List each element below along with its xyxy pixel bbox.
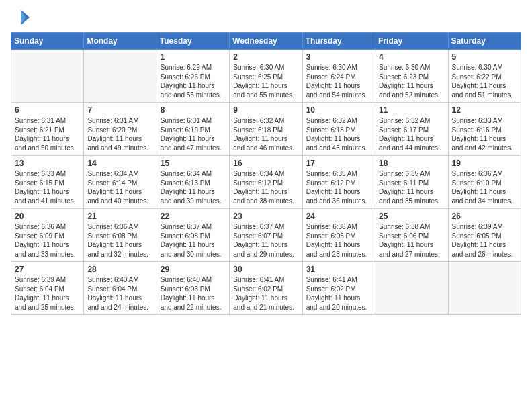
sunset-line: Sunset: 6:04 PM: [87, 285, 152, 294]
daylight-line1: Daylight: 11 hours: [161, 81, 226, 91]
sunset-line: Sunset: 6:26 PM: [161, 73, 226, 82]
calendar-week-row: 1Sunrise: 6:29 AMSunset: 6:26 PMDaylight…: [11, 50, 521, 103]
day-number: 23: [233, 212, 298, 221]
daylight-line1: Daylight: 11 hours: [379, 240, 444, 250]
calendar-cell: 20Sunrise: 6:36 AMSunset: 6:09 PMDayligh…: [11, 209, 84, 262]
daylight-line1: Daylight: 11 hours: [379, 134, 444, 144]
day-number: 1: [161, 52, 226, 62]
sunrise-line: Sunrise: 6:35 AM: [379, 169, 444, 179]
day-header-wednesday: Wednesday: [230, 33, 302, 50]
sunrise-line: Sunrise: 6:32 AM: [306, 116, 371, 126]
daylight-line2: and and 35 minutes.: [379, 197, 444, 206]
sunset-line: Sunset: 6:21 PM: [15, 126, 80, 135]
calendar-cell: 3Sunrise: 6:30 AMSunset: 6:24 PMDaylight…: [302, 50, 375, 103]
sunset-line: Sunset: 6:25 PM: [233, 73, 298, 82]
calendar-cell: [448, 262, 521, 315]
daylight-line2: and and 54 minutes.: [306, 91, 371, 100]
day-number: 2: [233, 52, 298, 62]
day-number: 13: [15, 158, 80, 168]
sunrise-line: Sunrise: 6:39 AM: [15, 275, 80, 285]
daylight-line2: and and 49 minutes.: [87, 144, 152, 153]
calendar-cell: 8Sunrise: 6:31 AMSunset: 6:19 PMDaylight…: [157, 103, 229, 156]
header: [11, 8, 521, 27]
calendar-week-row: 27Sunrise: 6:39 AMSunset: 6:04 PMDayligh…: [11, 262, 521, 315]
sunrise-line: Sunrise: 6:40 AM: [161, 275, 226, 285]
sunset-line: Sunset: 6:12 PM: [306, 179, 371, 188]
calendar-cell: 18Sunrise: 6:35 AMSunset: 6:11 PMDayligh…: [375, 156, 448, 209]
day-number: 26: [452, 212, 517, 221]
daylight-line2: and and 47 minutes.: [161, 144, 226, 153]
day-number: 17: [306, 158, 371, 168]
daylight-line1: Daylight: 11 hours: [233, 81, 298, 91]
sunset-line: Sunset: 6:17 PM: [379, 126, 444, 135]
sunset-line: Sunset: 6:04 PM: [15, 285, 80, 294]
calendar-cell: 7Sunrise: 6:31 AMSunset: 6:20 PMDaylight…: [84, 103, 157, 156]
daylight-line2: and and 22 minutes.: [161, 303, 226, 312]
daylight-line2: and and 51 minutes.: [452, 91, 517, 100]
daylight-line1: Daylight: 11 hours: [306, 240, 371, 250]
sunset-line: Sunset: 6:15 PM: [15, 179, 80, 188]
daylight-line2: and and 45 minutes.: [306, 144, 371, 153]
day-number: 21: [87, 212, 152, 221]
sunset-line: Sunset: 6:02 PM: [233, 285, 298, 294]
daylight-line1: Daylight: 11 hours: [15, 187, 80, 197]
day-header-monday: Monday: [84, 33, 157, 50]
sunrise-line: Sunrise: 6:31 AM: [15, 116, 80, 126]
daylight-line2: and and 42 minutes.: [452, 144, 517, 153]
sunrise-line: Sunrise: 6:32 AM: [379, 116, 444, 126]
calendar-cell: 1Sunrise: 6:29 AMSunset: 6:26 PMDaylight…: [157, 50, 229, 103]
sunset-line: Sunset: 6:20 PM: [87, 126, 152, 135]
calendar-cell: 4Sunrise: 6:30 AMSunset: 6:23 PMDaylight…: [375, 50, 448, 103]
sunset-line: Sunset: 6:06 PM: [379, 232, 444, 241]
calendar-cell: 24Sunrise: 6:38 AMSunset: 6:06 PMDayligh…: [302, 209, 375, 262]
sunset-line: Sunset: 6:16 PM: [452, 126, 517, 135]
logo: [11, 8, 32, 27]
day-header-tuesday: Tuesday: [157, 33, 229, 50]
sunrise-line: Sunrise: 6:38 AM: [306, 222, 371, 232]
sunrise-line: Sunrise: 6:40 AM: [87, 275, 152, 285]
daylight-line1: Daylight: 11 hours: [306, 187, 371, 197]
sunrise-line: Sunrise: 6:34 AM: [161, 169, 226, 179]
sunset-line: Sunset: 6:24 PM: [306, 73, 371, 82]
daylight-line1: Daylight: 11 hours: [379, 187, 444, 197]
daylight-line2: and and 55 minutes.: [233, 91, 298, 100]
calendar-cell: 31Sunrise: 6:41 AMSunset: 6:02 PMDayligh…: [302, 262, 375, 315]
daylight-line1: Daylight: 11 hours: [233, 187, 298, 197]
sunrise-line: Sunrise: 6:30 AM: [452, 63, 517, 73]
daylight-line2: and and 41 minutes.: [15, 197, 80, 206]
daylight-line2: and and 44 minutes.: [379, 144, 444, 153]
calendar-cell: 19Sunrise: 6:36 AMSunset: 6:10 PMDayligh…: [448, 156, 521, 209]
day-number: 4: [379, 52, 444, 62]
daylight-line2: and and 28 minutes.: [306, 250, 371, 259]
calendar-cell: 30Sunrise: 6:41 AMSunset: 6:02 PMDayligh…: [230, 262, 302, 315]
day-number: 25: [379, 212, 444, 221]
calendar-cell: 26Sunrise: 6:39 AMSunset: 6:05 PMDayligh…: [448, 209, 521, 262]
day-header-saturday: Saturday: [448, 33, 521, 50]
day-number: 24: [306, 212, 371, 221]
day-number: 7: [87, 105, 152, 115]
daylight-line1: Daylight: 11 hours: [161, 293, 226, 303]
sunset-line: Sunset: 6:19 PM: [161, 126, 226, 135]
sunset-line: Sunset: 6:22 PM: [452, 73, 517, 82]
daylight-line1: Daylight: 11 hours: [15, 293, 80, 303]
daylight-line1: Daylight: 11 hours: [87, 187, 152, 197]
calendar-cell: 28Sunrise: 6:40 AMSunset: 6:04 PMDayligh…: [84, 262, 157, 315]
sunset-line: Sunset: 6:08 PM: [161, 232, 226, 241]
sunrise-line: Sunrise: 6:31 AM: [161, 116, 226, 126]
day-number: 19: [452, 158, 517, 168]
calendar-header-row: SundayMondayTuesdayWednesdayThursdayFrid…: [11, 33, 521, 50]
day-number: 6: [15, 105, 80, 115]
sunrise-line: Sunrise: 6:37 AM: [161, 222, 226, 232]
daylight-line1: Daylight: 11 hours: [233, 240, 298, 250]
daylight-line2: and and 30 minutes.: [161, 250, 226, 259]
day-number: 31: [306, 265, 371, 274]
sunrise-line: Sunrise: 6:35 AM: [306, 169, 371, 179]
day-number: 18: [379, 158, 444, 168]
calendar-cell: 11Sunrise: 6:32 AMSunset: 6:17 PMDayligh…: [375, 103, 448, 156]
calendar-week-row: 20Sunrise: 6:36 AMSunset: 6:09 PMDayligh…: [11, 209, 521, 262]
sunset-line: Sunset: 6:14 PM: [87, 179, 152, 188]
daylight-line2: and and 38 minutes.: [233, 197, 298, 206]
sunset-line: Sunset: 6:18 PM: [306, 126, 371, 135]
calendar-cell: 16Sunrise: 6:34 AMSunset: 6:12 PMDayligh…: [230, 156, 302, 209]
daylight-line2: and and 29 minutes.: [233, 250, 298, 259]
